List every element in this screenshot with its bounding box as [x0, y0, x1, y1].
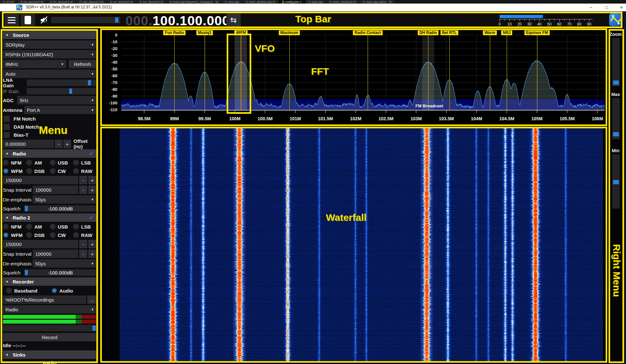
radio-bandwidth-input[interactable]: 150000 [3, 176, 78, 184]
editor-tab[interactable]: Ccw_demod.h M [107, 0, 137, 4]
editor-tab[interactable]: {}config.json × [279, 0, 305, 4]
mode-option-usb[interactable]: USB [50, 223, 73, 230]
editor-tab[interactable]: Cmain_window.h M [327, 0, 360, 4]
browse-button[interactable]: ... [87, 295, 96, 304]
station-label[interactable]: Equinox FM [524, 30, 550, 35]
enabled-check-icon[interactable]: ✓ [89, 214, 94, 221]
offset-input[interactable]: 0.000000 [3, 140, 54, 148]
min-slider-handle[interactable] [613, 180, 619, 184]
mode-option-wfm[interactable]: WFM [3, 231, 26, 239]
refresh-button[interactable]: Refresh [69, 60, 96, 68]
snap-interval-input[interactable]: 100000 [33, 186, 78, 194]
squelch-slider[interactable]: -100.000dB [24, 205, 96, 212]
offset-plus-button[interactable]: + [63, 140, 71, 148]
station-label[interactable]: Warm [483, 30, 497, 35]
snap-minus-button[interactable]: - [79, 186, 87, 194]
tuning-mode-button[interactable]: ⇆ [226, 14, 241, 27]
mode-option-wfm[interactable]: WFM [3, 167, 26, 175]
recorder-volume-slider[interactable] [3, 325, 96, 331]
station-label[interactable]: 48FM [234, 30, 248, 35]
snap-minus-button[interactable]: - [79, 250, 87, 258]
mode-option-nfm[interactable]: NFM [3, 223, 26, 230]
max-slider[interactable] [612, 98, 620, 139]
mode-option-raw[interactable]: RAW [73, 231, 96, 239]
editor-tab[interactable]: Cd.h M [0, 0, 17, 4]
if-gain-handle[interactable] [69, 89, 72, 94]
snap-plus-button[interactable]: + [88, 186, 96, 194]
source-device-select[interactable]: RSPdx (191106DA42) ▼ [3, 50, 96, 59]
bandwidth-minus-button[interactable]: - [79, 240, 87, 248]
deemphasis-select[interactable]: 50µs ▼ [33, 195, 96, 204]
station-label[interactable]: Musiq3 [196, 30, 213, 35]
zoom-slider-handle[interactable] [613, 80, 619, 85]
radio2-bandwidth-input[interactable]: 150000 [3, 240, 78, 248]
fm-notch-checkbox[interactable] [4, 116, 10, 122]
mute-button[interactable] [37, 14, 51, 27]
squelch2-slider[interactable]: -100.000dB [24, 269, 96, 276]
editor-tab[interactable]: Ciso_demod.h M [17, 0, 47, 4]
recording-path-input[interactable]: %ROOT%/Recordings [3, 295, 86, 304]
zoom-slider[interactable] [612, 38, 620, 86]
mode-option-lsb[interactable]: LSB [73, 159, 96, 166]
editor-tab[interactable]: Cusb_demod.h M [76, 0, 107, 4]
mode-option-am[interactable]: AM [26, 159, 49, 166]
bandwidth-plus-button[interactable]: + [88, 176, 96, 184]
station-label[interactable]: Maximum [279, 30, 300, 35]
mode-option-dsb[interactable]: DSB [26, 167, 49, 175]
frequency-display[interactable]: 000.100.100.000 [125, 13, 230, 28]
recorder-stream-select[interactable]: Radio ▼ [3, 305, 96, 314]
offset-minus-button[interactable]: - [55, 140, 62, 148]
max-slider-handle[interactable] [613, 132, 619, 136]
volume-slider[interactable] [51, 17, 120, 23]
station-label[interactable]: Bel RTL [440, 30, 458, 35]
section-header-radio[interactable]: ▼ Radio ✓ [3, 149, 96, 158]
snap-interval-input[interactable]: 100000 [33, 250, 78, 258]
source-samplerate-select[interactable]: Auto ▼ [3, 70, 96, 78]
editor-tab[interactable]: Cmain.cpp radio(... M [360, 0, 395, 4]
editor-tab[interactable]: Cstyle.cpp [305, 0, 327, 4]
bias-t-checkbox[interactable] [4, 132, 10, 138]
mode-option-nfm[interactable]: NFM [3, 159, 26, 166]
section-header-recorder[interactable]: ▼ Recorder [3, 277, 96, 286]
agc-select[interactable]: 5Hz ▼ [17, 96, 96, 104]
deemphasis-select[interactable]: 50µs ▼ [33, 259, 96, 268]
mode-option-raw[interactable]: RAW [73, 167, 96, 175]
section-header-sinks[interactable]: ▼ Sinks [3, 350, 96, 359]
if-gain-slider[interactable] [27, 88, 96, 94]
mode-option-cw[interactable]: CW [50, 231, 73, 239]
mode-option-usb[interactable]: USB [50, 159, 73, 166]
start-stop-button[interactable] [21, 14, 35, 27]
menu-toggle-button[interactable] [5, 14, 19, 27]
lna-gain-handle[interactable] [88, 80, 91, 85]
lna-gain-slider[interactable] [27, 80, 96, 86]
station-label[interactable]: DH Radio [418, 30, 438, 35]
maximize-button[interactable]: □ [600, 4, 613, 11]
snap-plus-button[interactable]: + [88, 250, 96, 258]
enabled-check-icon[interactable]: ✓ [89, 150, 94, 157]
station-label[interactable]: Fun Radio [163, 30, 186, 35]
record-button[interactable]: Record [3, 333, 96, 341]
section-header-source[interactable]: ▼ Source [3, 31, 96, 39]
fft-scale-ruler[interactable]: 0102030405060708090 [499, 15, 600, 27]
dab-notch-checkbox[interactable] [4, 124, 10, 130]
close-button[interactable]: × [615, 4, 626, 11]
editor-tab[interactable]: Cfm_demod.h M [47, 0, 76, 4]
bandwidth-plus-button[interactable]: + [88, 240, 96, 248]
editor-tab[interactable]: Ccore.cpp [221, 0, 243, 4]
editor-tab[interactable]: Cmain_window.cpp M [243, 0, 279, 4]
mode-option-cw[interactable]: CW [50, 167, 73, 175]
antenna-select[interactable]: Port A ▼ [24, 106, 96, 114]
volume-slider-handle[interactable] [115, 17, 118, 23]
recorder-volume-handle[interactable] [92, 326, 96, 331]
fft-plot[interactable]: 0-10-20-30-40-50-60-70-80-90-100-11098.5… [100, 28, 607, 126]
mode-option-dsb[interactable]: DSB [26, 231, 49, 239]
source-driver-select[interactable]: SDRplay ▼ [3, 40, 96, 49]
bandwidth-minus-button[interactable]: - [79, 176, 87, 184]
minimize-button[interactable]: – [585, 4, 598, 11]
recorder-mode-audio[interactable]: Audio [51, 287, 97, 294]
section-header-radio2[interactable]: ▼ Radio 2 ✓ [3, 213, 96, 222]
mode-option-lsb[interactable]: LSB [73, 223, 96, 230]
waterfall-display[interactable] [100, 127, 607, 363]
editor-tab[interactable]: Cmain.cpp frequency_manager(... M [167, 0, 221, 4]
min-slider[interactable] [612, 154, 620, 209]
